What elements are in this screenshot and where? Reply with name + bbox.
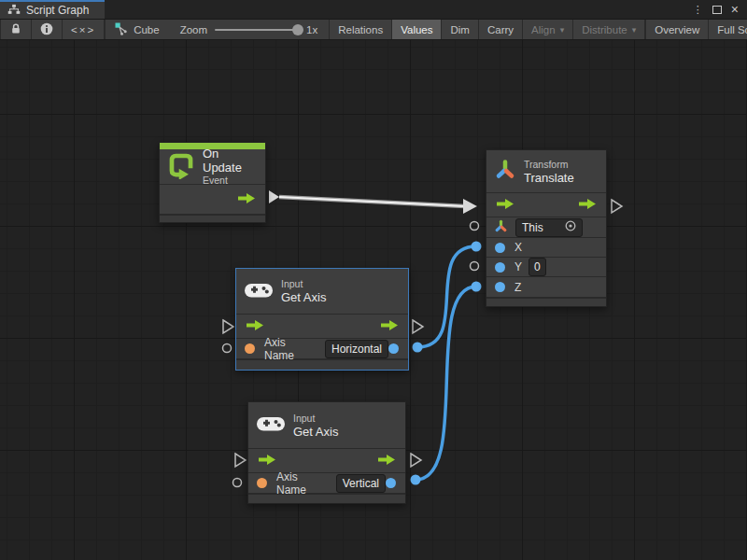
flow-arrow-icon[interactable] [380, 319, 399, 334]
transform-mini-icon [494, 219, 508, 236]
flow-arrow-icon[interactable] [258, 454, 276, 469]
dim-button[interactable]: Dim [442, 20, 478, 39]
flow-arrow-icon[interactable] [246, 319, 264, 334]
node-on-update[interactable]: On Update Event [159, 142, 266, 223]
dim-label: Dim [450, 24, 469, 35]
axis-name-label: Axis Name [276, 470, 329, 497]
this-object-field[interactable]: This [515, 218, 583, 237]
axis-name-input-port[interactable] [245, 343, 255, 354]
axis-name-field[interactable]: Horizontal [325, 340, 388, 358]
this-port-empty [471, 222, 479, 231]
code-brackets-button[interactable]: <×> [63, 20, 105, 39]
x-input-port[interactable] [495, 243, 505, 253]
script-graph-icon [7, 4, 21, 18]
overview-button[interactable]: Overview [646, 20, 709, 39]
node-footer [236, 358, 408, 370]
info-icon [40, 22, 53, 37]
z-input-port[interactable] [495, 282, 505, 292]
distribute-label: Distribute [582, 24, 627, 35]
relations-label: Relations [338, 24, 383, 35]
close-icon[interactable]: × [731, 5, 739, 14]
transform-icon [494, 159, 516, 184]
target-picker-icon[interactable] [565, 220, 576, 235]
connection-wire-horizontal-x [417, 246, 476, 347]
y-port-empty [471, 262, 479, 271]
value-port-connected [472, 242, 482, 252]
fullscreen-button[interactable]: Full Screen [709, 20, 747, 39]
zoom-value: 1x [306, 24, 317, 35]
graph-node-icon [115, 22, 128, 37]
info-button[interactable] [32, 20, 63, 39]
distribute-dropdown[interactable]: Distribute ▾ [573, 20, 645, 39]
this-field-value: This [522, 220, 543, 235]
graph-canvas[interactable]: On Update Event Transform Translate [0, 40, 747, 560]
gamepad-icon [256, 413, 286, 437]
lock-icon [9, 22, 22, 37]
axis-name-port-empty [233, 479, 242, 487]
zoom-label: Zoom [180, 24, 207, 35]
zoom-slider-handle[interactable] [292, 24, 303, 35]
overview-label: Overview [655, 24, 699, 35]
values-label: Values [401, 24, 432, 35]
node-title: Get Axis [281, 290, 326, 304]
graph-toolbar: <×> Cube Zoom 1x Relations Values Dim Ca… [0, 20, 747, 40]
chevron-down-icon: ▾ [632, 25, 637, 35]
flow-in-port-empty [223, 320, 233, 333]
y-value-field[interactable]: 0 [529, 258, 546, 276]
flow-out-port-empty [411, 454, 421, 467]
align-label: Align [531, 24, 556, 35]
tab-title: Script Graph [26, 4, 89, 17]
wire-arrowhead-icon [463, 199, 477, 214]
node-get-axis-horizontal[interactable]: Input Get Axis Axis Name Horizontal [235, 268, 409, 371]
flow-arrow-icon[interactable] [496, 198, 514, 213]
node-title: Get Axis [293, 425, 338, 439]
graph-owner-button[interactable]: Cube [106, 20, 169, 39]
zoom-slider[interactable] [215, 29, 299, 31]
relations-button[interactable]: Relations [329, 20, 392, 39]
axis-name-field[interactable]: Vertical [336, 474, 386, 493]
node-category: Input [281, 278, 326, 290]
graph-owner-label: Cube [134, 24, 160, 35]
gamepad-icon [244, 280, 274, 303]
value-port-connected [413, 343, 423, 353]
values-button[interactable]: Values [392, 20, 442, 39]
flow-out-port-connected [269, 190, 279, 203]
align-dropdown[interactable]: Align ▾ [523, 20, 573, 39]
fullscreen-label: Full Screen [717, 24, 747, 35]
flow-in-port-empty [235, 454, 246, 467]
node-footer [486, 297, 606, 306]
node-footer [160, 214, 265, 222]
node-title: On Update [203, 147, 256, 175]
x-port-label: X [514, 241, 522, 254]
value-port-connected [411, 475, 421, 485]
window-menu-icon[interactable]: ⋮ [693, 4, 703, 16]
tab-script-graph[interactable]: Script Graph [0, 0, 105, 19]
loop-event-icon [167, 151, 195, 182]
node-title: Translate [524, 171, 574, 185]
maximize-icon[interactable] [712, 6, 722, 14]
flow-arrow-icon[interactable] [578, 198, 597, 213]
node-subtitle: Event [203, 175, 256, 187]
y-input-port[interactable] [495, 262, 505, 273]
connection-wire-flow [279, 197, 465, 206]
node-get-axis-vertical[interactable]: Input Get Axis Axis Name Vertical [247, 401, 406, 504]
tab-bar-empty [105, 0, 684, 19]
node-translate[interactable]: Transform Translate This [486, 149, 607, 307]
code-brackets-icon: <×> [71, 24, 95, 35]
axis-name-input-port[interactable] [257, 478, 267, 488]
tab-bar: Script Graph ⋮ × [0, 0, 747, 20]
carry-button[interactable]: Carry [479, 20, 523, 39]
flow-arrow-icon[interactable] [237, 192, 256, 207]
lock-button[interactable] [0, 20, 32, 39]
flow-out-port-empty [612, 200, 622, 213]
result-output-port[interactable] [388, 343, 399, 354]
z-port-label: Z [514, 281, 521, 294]
result-output-port[interactable] [386, 478, 396, 488]
chevron-down-icon: ▾ [560, 25, 565, 35]
flow-arrow-icon[interactable] [377, 454, 396, 469]
y-port-label: Y [514, 260, 522, 273]
carry-label: Carry [487, 24, 514, 35]
connection-wire-vertical-z [416, 287, 476, 480]
node-category: Transform [524, 159, 574, 171]
value-port-connected [472, 282, 482, 292]
